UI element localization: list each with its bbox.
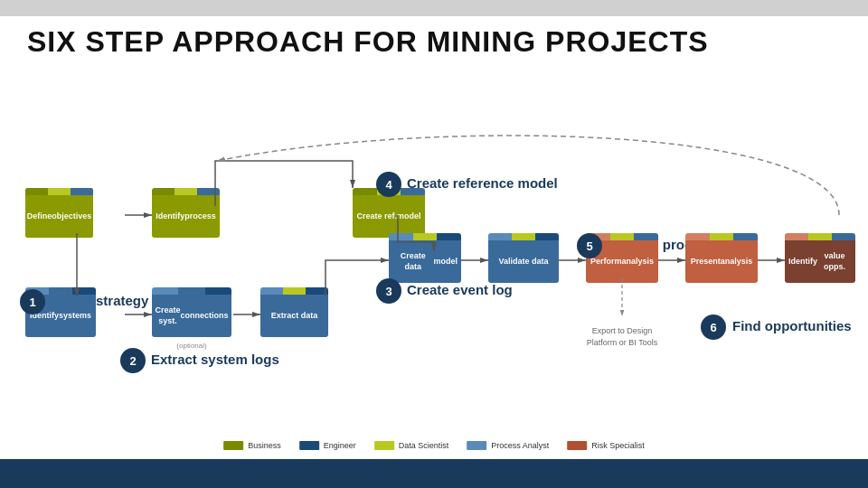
legend-data-scientist: Data Scientist <box>374 441 449 450</box>
slide: SIX STEP APPROACH FOR MINING PROJECTS <box>0 0 868 488</box>
legend: Business Engineer Data Scientist Process… <box>223 441 645 450</box>
step-3-circle: 3 <box>376 278 401 304</box>
node-validate-data: Validate data <box>488 233 559 283</box>
legend-color-engineer <box>299 441 319 450</box>
step-4-label: Create reference model <box>407 175 558 191</box>
node-present-analysis: Present analysis <box>685 233 758 283</box>
legend-process-analyst: Process Analyst <box>467 441 549 450</box>
page-title: SIX STEP APPROACH FOR MINING PROJECTS <box>27 25 709 59</box>
step-2-circle: 2 <box>120 348 146 373</box>
step-3-label: Create event log <box>407 282 513 297</box>
legend-color-process-analyst <box>467 441 486 450</box>
step-4-circle: 4 <box>376 172 401 197</box>
node-create-data-model: Create data model <box>389 233 461 283</box>
legend-color-data-scientist <box>374 441 394 450</box>
node-define-objectives: Define objectives <box>25 188 93 238</box>
bottom-bar <box>0 459 868 488</box>
legend-color-business <box>223 441 243 450</box>
export-label: Export to Design Platform or BI Tools <box>568 325 676 348</box>
optional-label: (optional) <box>152 342 231 350</box>
legend-risk-specialist: Risk Specialist <box>567 441 645 450</box>
node-extract-data: Extract data <box>260 287 328 337</box>
top-bar <box>0 0 868 16</box>
step-2-label: Extract system logs <box>151 352 279 367</box>
step-6-label: Find opportunities <box>732 318 852 333</box>
legend-business: Business <box>223 441 281 450</box>
node-identify-process: Identify process <box>152 188 220 238</box>
legend-color-risk-specialist <box>567 441 587 450</box>
step-6-circle: 6 <box>701 314 726 340</box>
step-1-circle: 1 <box>20 289 45 314</box>
node-identify-value-opps: Identify value opps. <box>785 233 855 283</box>
step-5-circle: 5 <box>577 233 602 258</box>
node-create-syst-connections: Create syst. connections <box>152 287 231 337</box>
legend-engineer: Engineer <box>299 441 356 450</box>
main-content: 1 Define strategy 2 Extract system logs … <box>0 81 868 452</box>
